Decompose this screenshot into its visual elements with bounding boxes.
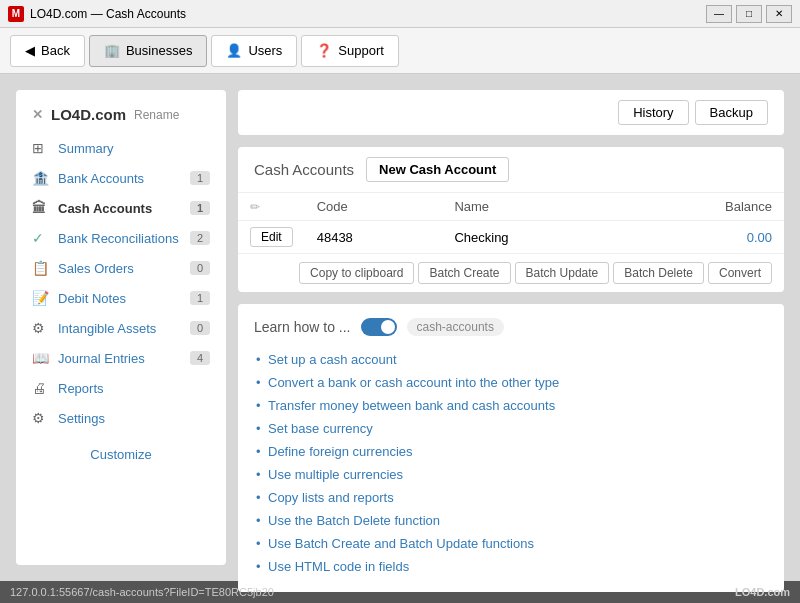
sidebar-item-label: Reports xyxy=(58,381,104,396)
sidebar-item-reports[interactable]: 🖨 Reports xyxy=(16,373,226,403)
edit-pencil-icon: ✏ xyxy=(250,200,260,214)
copy-to-clipboard-button[interactable]: Copy to clipboard xyxy=(299,262,414,284)
toggle-knob xyxy=(381,320,395,334)
learn-link-3[interactable]: Set base currency xyxy=(254,417,768,440)
settings-icon: ⚙ xyxy=(32,410,50,426)
debit-notes-badge: 1 xyxy=(190,291,210,305)
sidebar-item-debit-notes[interactable]: 📝 Debit Notes 1 xyxy=(16,283,226,313)
toolbar: ◀ Back 🏢 Businesses 👤 Users ❓ Support xyxy=(0,28,800,74)
sidebar-item-label: Bank Reconciliations xyxy=(58,231,179,246)
support-icon: ❓ xyxy=(316,43,332,58)
back-button[interactable]: ◀ Back xyxy=(10,35,85,67)
learn-panel: Learn how to ... cash-accounts Set up a … xyxy=(238,304,784,592)
sidebar-item-label: Sales Orders xyxy=(58,261,134,276)
users-icon: 👤 xyxy=(226,43,242,58)
learn-link-9[interactable]: Use HTML code in fields xyxy=(254,555,768,578)
rename-link[interactable]: Rename xyxy=(134,108,179,122)
cash-accounts-badge: 1 xyxy=(190,201,210,215)
edit-row-button[interactable]: Edit xyxy=(250,227,293,247)
cash-accounts-icon: 🏛 xyxy=(32,200,50,216)
back-icon: ◀ xyxy=(25,43,35,58)
learn-title: Learn how to ... xyxy=(254,319,351,335)
business-name: LO4D.com xyxy=(51,106,126,123)
sidebar-item-settings[interactable]: ⚙ Settings xyxy=(16,403,226,433)
row-balance: 0.00 xyxy=(621,221,784,254)
learn-tag: cash-accounts xyxy=(407,318,504,336)
row-name: Checking xyxy=(442,221,621,254)
col-code: Code xyxy=(305,193,443,221)
business-header: History Backup xyxy=(238,90,784,135)
learn-toggle[interactable] xyxy=(361,318,397,336)
new-cash-account-button[interactable]: New Cash Account xyxy=(366,157,509,182)
cash-accounts-panel: Cash Accounts New Cash Account ✏ Code Na… xyxy=(238,147,784,292)
main-area: ✕ LO4D.com Rename ⊞ Summary 🏦 Bank Accou… xyxy=(0,74,800,581)
title-bar: M LO4D.com — Cash Accounts — □ ✕ xyxy=(0,0,800,28)
status-url: 127.0.0.1:55667/cash-accounts?FileID=TE8… xyxy=(10,586,274,598)
learn-link-1[interactable]: Convert a bank or cash account into the … xyxy=(254,371,768,394)
cash-accounts-header: Cash Accounts New Cash Account xyxy=(238,147,784,193)
sidebar-item-sales-orders[interactable]: 📋 Sales Orders 0 xyxy=(16,253,226,283)
sidebar-item-label: Summary xyxy=(58,141,114,156)
batch-actions: Copy to clipboard Batch Create Batch Upd… xyxy=(238,253,784,292)
close-button[interactable]: ✕ xyxy=(766,5,792,23)
col-edit-icon: ✏ xyxy=(238,193,305,221)
sidebar-item-label: Debit Notes xyxy=(58,291,126,306)
businesses-button[interactable]: 🏢 Businesses xyxy=(89,35,207,67)
summary-icon: ⊞ xyxy=(32,140,50,156)
sidebar-item-bank-accounts[interactable]: 🏦 Bank Accounts 1 xyxy=(16,163,226,193)
bank-accounts-badge: 1 xyxy=(190,171,210,185)
learn-link-8[interactable]: Use Batch Create and Batch Update functi… xyxy=(254,532,768,555)
status-logo: LO4D.com xyxy=(735,586,790,598)
row-code: 48438 xyxy=(305,221,443,254)
customize-link[interactable]: Customize xyxy=(16,437,226,472)
reports-icon: 🖨 xyxy=(32,380,50,396)
sidebar-item-journal-entries[interactable]: 📖 Journal Entries 4 xyxy=(16,343,226,373)
sidebar-header: ✕ LO4D.com Rename xyxy=(16,100,226,133)
col-name: Name xyxy=(442,193,621,221)
backup-button[interactable]: Backup xyxy=(695,100,768,125)
learn-link-4[interactable]: Define foreign currencies xyxy=(254,440,768,463)
close-icon[interactable]: ✕ xyxy=(32,107,43,122)
app-icon: M xyxy=(8,6,24,22)
batch-delete-button[interactable]: Batch Delete xyxy=(613,262,704,284)
sidebar-item-bank-reconciliations[interactable]: ✓ Bank Reconciliations 2 xyxy=(16,223,226,253)
intangible-assets-badge: 0 xyxy=(190,321,210,335)
sidebar-item-label: Settings xyxy=(58,411,105,426)
col-balance: Balance xyxy=(621,193,784,221)
title-bar-text: LO4D.com — Cash Accounts xyxy=(30,7,706,21)
journal-entries-badge: 4 xyxy=(190,351,210,365)
sidebar-item-label: Bank Accounts xyxy=(58,171,144,186)
learn-link-6[interactable]: Copy lists and reports xyxy=(254,486,768,509)
bank-accounts-icon: 🏦 xyxy=(32,170,50,186)
right-panel: History Backup Cash Accounts New Cash Ac… xyxy=(238,90,784,565)
sidebar-item-label: Cash Accounts xyxy=(58,201,152,216)
support-button[interactable]: ❓ Support xyxy=(301,35,399,67)
row-edit-cell: Edit xyxy=(238,221,305,254)
sidebar-item-label: Intangible Assets xyxy=(58,321,156,336)
learn-header: Learn how to ... cash-accounts xyxy=(254,318,768,336)
users-button[interactable]: 👤 Users xyxy=(211,35,297,67)
batch-create-button[interactable]: Batch Create xyxy=(418,262,510,284)
learn-link-0[interactable]: Set up a cash account xyxy=(254,348,768,371)
bank-reconciliations-icon: ✓ xyxy=(32,230,50,246)
history-button[interactable]: History xyxy=(618,100,688,125)
sidebar-item-intangible-assets[interactable]: ⚙ Intangible Assets 0 xyxy=(16,313,226,343)
learn-link-2[interactable]: Transfer money between bank and cash acc… xyxy=(254,394,768,417)
window-controls[interactable]: — □ ✕ xyxy=(706,5,792,23)
sidebar: ✕ LO4D.com Rename ⊞ Summary 🏦 Bank Accou… xyxy=(16,90,226,565)
sidebar-item-label: Journal Entries xyxy=(58,351,145,366)
sales-orders-icon: 📋 xyxy=(32,260,50,276)
sidebar-item-cash-accounts[interactable]: 🏛 Cash Accounts 1 xyxy=(16,193,226,223)
learn-link-5[interactable]: Use multiple currencies xyxy=(254,463,768,486)
bank-reconciliations-badge: 2 xyxy=(190,231,210,245)
batch-update-button[interactable]: Batch Update xyxy=(515,262,610,284)
convert-button[interactable]: Convert xyxy=(708,262,772,284)
learn-link-7[interactable]: Use the Batch Delete function xyxy=(254,509,768,532)
sidebar-item-summary[interactable]: ⊞ Summary xyxy=(16,133,226,163)
cash-accounts-table: ✏ Code Name Balance Edit 48438 Checking xyxy=(238,193,784,253)
maximize-button[interactable]: □ xyxy=(736,5,762,23)
intangible-assets-icon: ⚙ xyxy=(32,320,50,336)
debit-notes-icon: 📝 xyxy=(32,290,50,306)
minimize-button[interactable]: — xyxy=(706,5,732,23)
table-row: Edit 48438 Checking 0.00 xyxy=(238,221,784,254)
